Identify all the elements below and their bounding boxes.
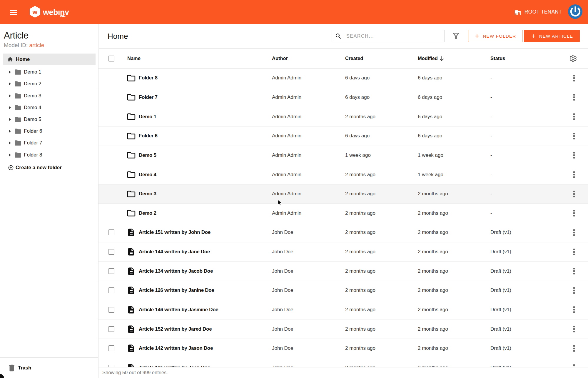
svg-text:w: w <box>32 9 38 15</box>
